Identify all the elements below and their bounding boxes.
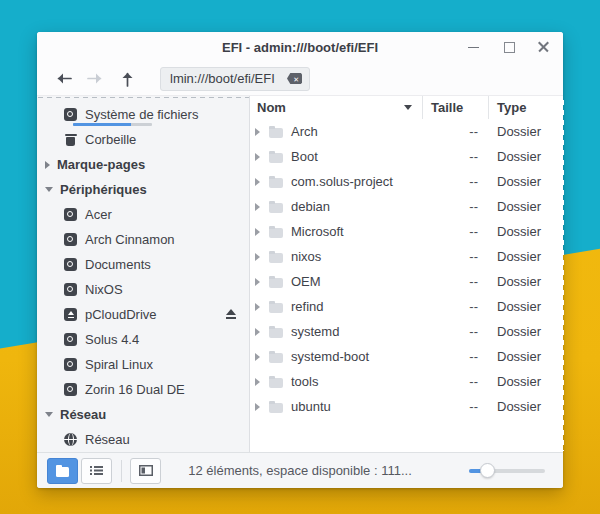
clear-location-icon[interactable]	[287, 73, 302, 84]
sidebar-item-label: Réseau	[85, 432, 130, 447]
file-type: Dossier	[488, 299, 563, 314]
file-row[interactable]: ubuntu -- Dossier	[250, 394, 563, 419]
zoom-slider[interactable]	[469, 463, 545, 479]
sidebar-item-label: pCloudDrive	[85, 307, 157, 322]
file-size: --	[422, 274, 488, 289]
file-manager-window: EFI - admin:///boot/efi/EFI	[37, 32, 563, 488]
folder-icon	[269, 303, 283, 313]
sidebar-item[interactable]: Spiral Linux	[37, 352, 249, 377]
drive-icon	[64, 108, 77, 121]
file-name: Boot	[291, 149, 318, 164]
file-row[interactable]: nixos -- Dossier	[250, 244, 563, 269]
sidebar-item[interactable]: Solus 4.4	[37, 327, 249, 352]
file-row[interactable]: Microsoft -- Dossier	[250, 219, 563, 244]
sort-descending-icon	[404, 105, 412, 110]
expander-icon[interactable]	[255, 403, 260, 411]
file-name: systemd	[291, 324, 339, 339]
file-row[interactable]: Arch -- Dossier	[250, 119, 563, 144]
expander-icon[interactable]	[255, 178, 260, 186]
file-row[interactable]: OEM -- Dossier	[250, 269, 563, 294]
sidebar-item[interactable]: Corbeille	[37, 127, 249, 152]
file-row[interactable]: Boot -- Dossier	[250, 144, 563, 169]
window-controls	[467, 32, 550, 62]
file-size: --	[422, 299, 488, 314]
expander-icon[interactable]	[255, 228, 260, 236]
list-header: Nom Taille Type	[250, 96, 563, 119]
section-expander-icon[interactable]	[45, 161, 50, 169]
sidebar-item[interactable]: Réseau	[37, 427, 249, 452]
up-button[interactable]	[116, 68, 138, 90]
sidebar-item[interactable]: Zorin 16 Dual DE	[37, 377, 249, 402]
sidebar-section-header[interactable]: Marque-pages	[37, 152, 249, 177]
column-header-name[interactable]: Nom	[250, 96, 422, 119]
sidebar-item[interactable]: Acer	[37, 202, 249, 227]
section-label: Périphériques	[60, 182, 147, 197]
expander-icon[interactable]	[255, 253, 260, 261]
expander-icon[interactable]	[255, 303, 260, 311]
column-header-type[interactable]: Type	[488, 96, 563, 119]
icon-view-button[interactable]	[47, 458, 78, 484]
folder-icon	[269, 353, 283, 363]
folder-icon	[269, 203, 283, 213]
file-name: OEM	[291, 274, 321, 289]
file-row[interactable]: systemd -- Dossier	[250, 319, 563, 344]
back-arrow-icon	[55, 72, 72, 85]
sidebar-item-label: Documents	[85, 257, 151, 272]
folder-icon	[269, 128, 283, 138]
file-name: Microsoft	[291, 224, 344, 239]
folder-icon	[269, 378, 283, 388]
file-row[interactable]: systemd-boot -- Dossier	[250, 344, 563, 369]
expander-icon[interactable]	[255, 203, 260, 211]
maximize-button[interactable]	[502, 41, 515, 54]
file-type: Dossier	[488, 199, 563, 214]
file-name: ubuntu	[291, 399, 331, 414]
drive-eject-icon	[64, 308, 77, 321]
statusbar: 12 éléments, espace disponible : 111...	[37, 452, 563, 488]
drive-icon	[64, 333, 77, 346]
drive-icon	[64, 258, 77, 271]
expander-icon[interactable]	[255, 153, 260, 161]
file-size: --	[422, 224, 488, 239]
sidebar-item[interactable]: Documents	[37, 252, 249, 277]
up-arrow-icon	[121, 70, 134, 87]
drive-icon	[64, 383, 77, 396]
file-size: --	[422, 349, 488, 364]
file-row[interactable]: debian -- Dossier	[250, 194, 563, 219]
sidebar-section-header[interactable]: Réseau	[37, 402, 249, 427]
sidebar-item[interactable]: Arch Cinnamon	[37, 227, 249, 252]
section-expander-icon[interactable]	[45, 412, 53, 417]
expander-icon[interactable]	[255, 378, 260, 386]
sidebar-item-label: Acer	[85, 207, 112, 222]
back-button[interactable]	[52, 68, 74, 90]
file-row[interactable]: com.solus-project -- Dossier	[250, 169, 563, 194]
minimize-button[interactable]	[467, 41, 480, 54]
sidebar-item-label: Corbeille	[85, 132, 136, 147]
statusbar-separator	[121, 460, 122, 482]
folder-icon	[269, 178, 283, 188]
location-input[interactable]: lmin:///boot/efi/EFI	[160, 67, 310, 91]
zoom-slider-handle[interactable]	[480, 463, 495, 478]
expander-icon[interactable]	[255, 278, 260, 286]
file-row[interactable]: refind -- Dossier	[250, 294, 563, 319]
file-type: Dossier	[488, 249, 563, 264]
file-size: --	[422, 324, 488, 339]
titlebar[interactable]: EFI - admin:///boot/efi/EFI	[37, 32, 563, 62]
close-button[interactable]	[537, 41, 550, 54]
sidebar-section-header[interactable]: Périphériques	[37, 177, 249, 202]
expander-icon[interactable]	[255, 328, 260, 336]
eject-button[interactable]	[226, 309, 236, 320]
sidebar-item[interactable]: pCloudDrive	[37, 302, 249, 327]
file-type: Dossier	[488, 224, 563, 239]
file-row[interactable]: tools -- Dossier	[250, 369, 563, 394]
file-type: Dossier	[488, 374, 563, 389]
sidebar-item[interactable]: Système de fichiers	[37, 102, 249, 127]
expander-icon[interactable]	[255, 353, 260, 361]
sidebar-item[interactable]: NixOS	[37, 277, 249, 302]
expander-icon[interactable]	[255, 128, 260, 136]
section-expander-icon[interactable]	[45, 187, 53, 192]
list-view-button[interactable]	[81, 458, 112, 484]
column-header-size[interactable]: Taille	[422, 96, 488, 119]
toggle-sidebar-button[interactable]	[130, 458, 161, 484]
forward-button[interactable]	[84, 68, 106, 90]
folder-icon	[269, 278, 283, 288]
